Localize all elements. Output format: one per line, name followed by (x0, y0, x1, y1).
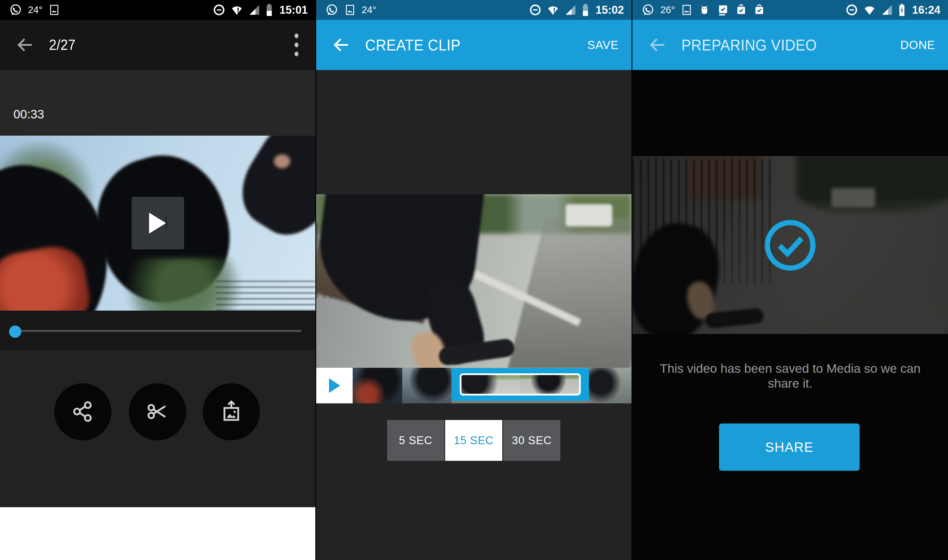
timeline-thumbnail[interactable] (589, 368, 631, 403)
saved-message: This video has been saved to Media so we… (656, 361, 924, 391)
video-frame-player[interactable] (0, 135, 315, 311)
status-right-group: 16:24 (845, 3, 940, 17)
timeline-play-button[interactable] (316, 368, 352, 403)
download-done-icon (716, 3, 729, 17)
status-bar: 24° 15:01 (0, 0, 315, 20)
export-frame-button[interactable] (203, 383, 260, 440)
status-bar: 24° 15:02 (316, 0, 631, 20)
wifi-alert-icon (231, 3, 243, 16)
whatsapp-icon (9, 3, 22, 17)
battery-icon (265, 3, 273, 16)
panel-media-player: 24° 15:01 (0, 0, 315, 560)
video-scene-road (508, 218, 631, 368)
gallery-icon (681, 3, 693, 17)
clock-label: 16:24 (912, 4, 940, 16)
temperature-label: 24° (28, 5, 43, 15)
panel-preparing-video: 26° (633, 0, 948, 560)
scissors-icon (146, 400, 169, 425)
save-button[interactable]: SAVE (587, 38, 619, 52)
export-frame-icon (219, 400, 243, 425)
panel-create-clip: 24° 15:02 CREAT (316, 0, 631, 560)
cell-signal-icon (248, 3, 261, 16)
seek-thumb[interactable] (9, 326, 21, 338)
seek-track[interactable] (14, 330, 301, 332)
composite-screenshot: 24° 15:01 (0, 0, 948, 560)
whatsapp-icon (641, 3, 654, 17)
video-scene-arm (227, 135, 315, 249)
status-bar: 26° (633, 0, 948, 20)
done-button[interactable]: DONE (900, 38, 935, 52)
do-not-disturb-icon (845, 3, 859, 17)
clip-selection-frames (460, 373, 581, 395)
video-scene-hand (274, 154, 290, 168)
share-button[interactable]: SHARE (719, 423, 860, 471)
duration-30sec-button[interactable]: 30 SEC (503, 420, 560, 461)
wifi-alert-icon (546, 3, 559, 16)
share-button[interactable] (54, 383, 111, 440)
status-left-group: 24° (325, 3, 376, 17)
status-left-group: 24° (9, 3, 60, 17)
page-title: 2/27 (49, 37, 75, 53)
selected-thumbnail (520, 375, 579, 394)
page-title: CREATE CLIP (365, 36, 460, 54)
duration-5sec-button[interactable]: 5 SEC (387, 420, 444, 461)
saved-check-icon (753, 3, 765, 17)
play-icon[interactable] (149, 212, 166, 234)
elapsed-time-zone: 00:33 (0, 70, 315, 135)
do-not-disturb-icon (212, 3, 226, 17)
play-icon (329, 378, 340, 393)
battery-charging-icon (898, 3, 906, 16)
clock-label: 15:01 (279, 4, 308, 16)
timeline-thumbnail[interactable] (352, 368, 402, 403)
clock-label: 15:02 (596, 4, 624, 16)
cell-signal-icon (880, 3, 893, 16)
duration-15sec-button[interactable]: 15 SEC (445, 420, 502, 461)
share-icon (71, 400, 94, 424)
player-actions (0, 351, 315, 507)
preparing-header: PREPARING VIDEO DONE (633, 20, 948, 70)
gallery-icon (344, 3, 356, 17)
do-not-disturb-icon (529, 3, 542, 17)
video-scene-truck (566, 204, 612, 226)
temperature-label: 26° (660, 5, 675, 15)
success-checkmark-icon (762, 218, 818, 273)
battery-icon (582, 3, 589, 16)
status-right-group: 15:02 (529, 3, 624, 17)
android-system-icon (698, 3, 711, 17)
create-clip-header: CREATE CLIP SAVE (316, 20, 631, 70)
timeline-thumbnail[interactable] (402, 368, 451, 403)
status-right-group: 15:01 (212, 3, 308, 17)
wifi-icon (863, 3, 876, 16)
duration-selector: 5 SEC 15 SEC 30 SEC (387, 420, 560, 461)
temperature-label: 24° (362, 5, 376, 15)
back-button[interactable] (330, 34, 352, 56)
back-button[interactable] (646, 34, 669, 56)
overflow-menu-icon[interactable] (291, 31, 303, 59)
saved-check-icon (735, 3, 747, 17)
back-button[interactable] (14, 34, 36, 56)
selected-thumbnail (462, 375, 520, 394)
video-scene-fence (216, 279, 315, 311)
clip-selection-handle[interactable] (451, 368, 589, 401)
panel-bottom-whitespace (0, 507, 315, 560)
player-header: 2/27 (0, 20, 315, 70)
cell-signal-icon (564, 3, 577, 16)
video-frame-clip-preview[interactable] (316, 194, 631, 368)
trim-button[interactable] (129, 383, 186, 440)
gallery-icon (48, 3, 60, 17)
page-title: PREPARING VIDEO (682, 36, 817, 54)
whatsapp-icon (325, 3, 339, 17)
seek-bar-zone (0, 311, 315, 351)
status-left-group: 26° (641, 3, 765, 17)
elapsed-time-label: 00:33 (14, 107, 44, 122)
